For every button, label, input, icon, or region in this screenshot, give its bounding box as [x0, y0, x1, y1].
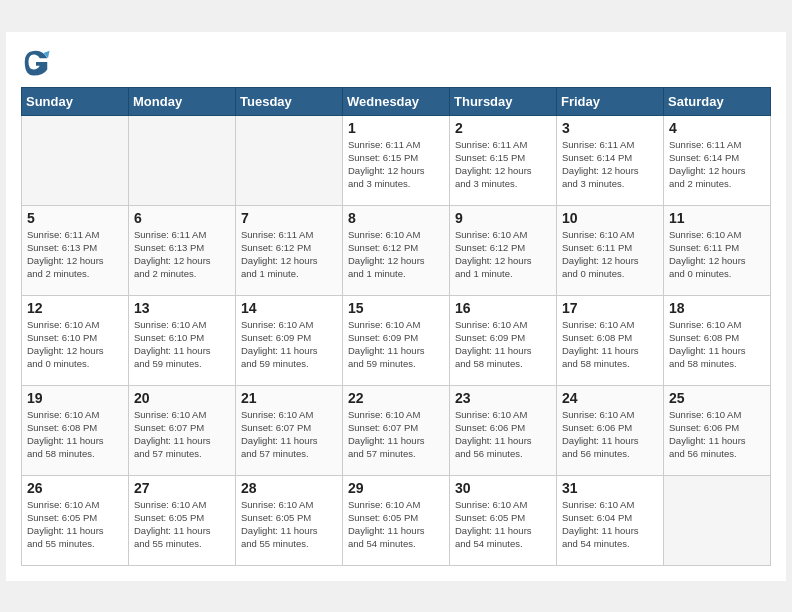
calendar-cell: 3Sunrise: 6:11 AM Sunset: 6:14 PM Daylig…	[557, 115, 664, 205]
calendar-cell	[22, 115, 129, 205]
day-header-tuesday: Tuesday	[236, 87, 343, 115]
day-number: 13	[134, 300, 230, 316]
day-number: 25	[669, 390, 765, 406]
day-number: 31	[562, 480, 658, 496]
day-number: 3	[562, 120, 658, 136]
day-info: Sunrise: 6:11 AM Sunset: 6:14 PM Dayligh…	[562, 138, 658, 191]
day-info: Sunrise: 6:11 AM Sunset: 6:14 PM Dayligh…	[669, 138, 765, 191]
day-info: Sunrise: 6:10 AM Sunset: 6:04 PM Dayligh…	[562, 498, 658, 551]
calendar-cell: 24Sunrise: 6:10 AM Sunset: 6:06 PM Dayli…	[557, 385, 664, 475]
day-header-sunday: Sunday	[22, 87, 129, 115]
day-header-saturday: Saturday	[664, 87, 771, 115]
calendar-cell: 2Sunrise: 6:11 AM Sunset: 6:15 PM Daylig…	[450, 115, 557, 205]
day-number: 2	[455, 120, 551, 136]
day-info: Sunrise: 6:10 AM Sunset: 6:10 PM Dayligh…	[27, 318, 123, 371]
day-number: 5	[27, 210, 123, 226]
day-info: Sunrise: 6:10 AM Sunset: 6:06 PM Dayligh…	[455, 408, 551, 461]
day-info: Sunrise: 6:11 AM Sunset: 6:12 PM Dayligh…	[241, 228, 337, 281]
day-info: Sunrise: 6:10 AM Sunset: 6:09 PM Dayligh…	[455, 318, 551, 371]
day-info: Sunrise: 6:10 AM Sunset: 6:09 PM Dayligh…	[348, 318, 444, 371]
day-info: Sunrise: 6:10 AM Sunset: 6:06 PM Dayligh…	[562, 408, 658, 461]
calendar-week-3: 12Sunrise: 6:10 AM Sunset: 6:10 PM Dayli…	[22, 295, 771, 385]
calendar-header: SundayMondayTuesdayWednesdayThursdayFrid…	[22, 87, 771, 115]
calendar-cell: 20Sunrise: 6:10 AM Sunset: 6:07 PM Dayli…	[129, 385, 236, 475]
calendar-cell: 17Sunrise: 6:10 AM Sunset: 6:08 PM Dayli…	[557, 295, 664, 385]
calendar-cell: 27Sunrise: 6:10 AM Sunset: 6:05 PM Dayli…	[129, 475, 236, 565]
day-info: Sunrise: 6:11 AM Sunset: 6:15 PM Dayligh…	[348, 138, 444, 191]
calendar-cell: 6Sunrise: 6:11 AM Sunset: 6:13 PM Daylig…	[129, 205, 236, 295]
day-number: 1	[348, 120, 444, 136]
day-number: 17	[562, 300, 658, 316]
calendar-cell: 15Sunrise: 6:10 AM Sunset: 6:09 PM Dayli…	[343, 295, 450, 385]
calendar-table: SundayMondayTuesdayWednesdayThursdayFrid…	[21, 87, 771, 566]
day-number: 4	[669, 120, 765, 136]
calendar-week-5: 26Sunrise: 6:10 AM Sunset: 6:05 PM Dayli…	[22, 475, 771, 565]
logo-icon	[21, 47, 51, 77]
calendar-cell: 31Sunrise: 6:10 AM Sunset: 6:04 PM Dayli…	[557, 475, 664, 565]
calendar-cell: 21Sunrise: 6:10 AM Sunset: 6:07 PM Dayli…	[236, 385, 343, 475]
day-header-wednesday: Wednesday	[343, 87, 450, 115]
calendar-cell: 28Sunrise: 6:10 AM Sunset: 6:05 PM Dayli…	[236, 475, 343, 565]
day-info: Sunrise: 6:10 AM Sunset: 6:07 PM Dayligh…	[348, 408, 444, 461]
calendar-body: 1Sunrise: 6:11 AM Sunset: 6:15 PM Daylig…	[22, 115, 771, 565]
calendar-cell: 23Sunrise: 6:10 AM Sunset: 6:06 PM Dayli…	[450, 385, 557, 475]
calendar-cell: 18Sunrise: 6:10 AM Sunset: 6:08 PM Dayli…	[664, 295, 771, 385]
day-info: Sunrise: 6:10 AM Sunset: 6:08 PM Dayligh…	[562, 318, 658, 371]
day-number: 11	[669, 210, 765, 226]
day-info: Sunrise: 6:10 AM Sunset: 6:07 PM Dayligh…	[241, 408, 337, 461]
day-info: Sunrise: 6:11 AM Sunset: 6:13 PM Dayligh…	[27, 228, 123, 281]
calendar-cell: 4Sunrise: 6:11 AM Sunset: 6:14 PM Daylig…	[664, 115, 771, 205]
day-header-friday: Friday	[557, 87, 664, 115]
day-number: 20	[134, 390, 230, 406]
day-info: Sunrise: 6:11 AM Sunset: 6:15 PM Dayligh…	[455, 138, 551, 191]
day-info: Sunrise: 6:10 AM Sunset: 6:12 PM Dayligh…	[455, 228, 551, 281]
day-number: 14	[241, 300, 337, 316]
day-number: 22	[348, 390, 444, 406]
calendar-cell: 7Sunrise: 6:11 AM Sunset: 6:12 PM Daylig…	[236, 205, 343, 295]
day-info: Sunrise: 6:10 AM Sunset: 6:05 PM Dayligh…	[134, 498, 230, 551]
calendar-week-4: 19Sunrise: 6:10 AM Sunset: 6:08 PM Dayli…	[22, 385, 771, 475]
day-number: 21	[241, 390, 337, 406]
day-number: 19	[27, 390, 123, 406]
calendar-cell: 5Sunrise: 6:11 AM Sunset: 6:13 PM Daylig…	[22, 205, 129, 295]
day-number: 28	[241, 480, 337, 496]
day-number: 10	[562, 210, 658, 226]
day-info: Sunrise: 6:10 AM Sunset: 6:10 PM Dayligh…	[134, 318, 230, 371]
day-info: Sunrise: 6:10 AM Sunset: 6:05 PM Dayligh…	[348, 498, 444, 551]
calendar-cell: 10Sunrise: 6:10 AM Sunset: 6:11 PM Dayli…	[557, 205, 664, 295]
day-info: Sunrise: 6:10 AM Sunset: 6:05 PM Dayligh…	[241, 498, 337, 551]
calendar-cell: 8Sunrise: 6:10 AM Sunset: 6:12 PM Daylig…	[343, 205, 450, 295]
day-info: Sunrise: 6:10 AM Sunset: 6:12 PM Dayligh…	[348, 228, 444, 281]
day-number: 30	[455, 480, 551, 496]
day-number: 15	[348, 300, 444, 316]
day-number: 9	[455, 210, 551, 226]
calendar-cell: 12Sunrise: 6:10 AM Sunset: 6:10 PM Dayli…	[22, 295, 129, 385]
day-number: 18	[669, 300, 765, 316]
calendar-cell: 9Sunrise: 6:10 AM Sunset: 6:12 PM Daylig…	[450, 205, 557, 295]
day-number: 24	[562, 390, 658, 406]
day-info: Sunrise: 6:10 AM Sunset: 6:05 PM Dayligh…	[455, 498, 551, 551]
day-info: Sunrise: 6:10 AM Sunset: 6:06 PM Dayligh…	[669, 408, 765, 461]
day-number: 26	[27, 480, 123, 496]
calendar-week-2: 5Sunrise: 6:11 AM Sunset: 6:13 PM Daylig…	[22, 205, 771, 295]
day-info: Sunrise: 6:10 AM Sunset: 6:11 PM Dayligh…	[562, 228, 658, 281]
calendar-container: SundayMondayTuesdayWednesdayThursdayFrid…	[6, 32, 786, 581]
calendar-cell	[129, 115, 236, 205]
calendar-cell	[236, 115, 343, 205]
calendar-cell: 1Sunrise: 6:11 AM Sunset: 6:15 PM Daylig…	[343, 115, 450, 205]
calendar-cell: 19Sunrise: 6:10 AM Sunset: 6:08 PM Dayli…	[22, 385, 129, 475]
day-number: 29	[348, 480, 444, 496]
day-header-monday: Monday	[129, 87, 236, 115]
calendar-cell: 14Sunrise: 6:10 AM Sunset: 6:09 PM Dayli…	[236, 295, 343, 385]
day-info: Sunrise: 6:10 AM Sunset: 6:09 PM Dayligh…	[241, 318, 337, 371]
day-number: 12	[27, 300, 123, 316]
logo	[21, 47, 54, 77]
days-of-week-row: SundayMondayTuesdayWednesdayThursdayFrid…	[22, 87, 771, 115]
calendar-cell: 22Sunrise: 6:10 AM Sunset: 6:07 PM Dayli…	[343, 385, 450, 475]
day-info: Sunrise: 6:10 AM Sunset: 6:07 PM Dayligh…	[134, 408, 230, 461]
calendar-cell: 30Sunrise: 6:10 AM Sunset: 6:05 PM Dayli…	[450, 475, 557, 565]
day-number: 8	[348, 210, 444, 226]
calendar-cell: 13Sunrise: 6:10 AM Sunset: 6:10 PM Dayli…	[129, 295, 236, 385]
day-info: Sunrise: 6:10 AM Sunset: 6:05 PM Dayligh…	[27, 498, 123, 551]
day-header-thursday: Thursday	[450, 87, 557, 115]
